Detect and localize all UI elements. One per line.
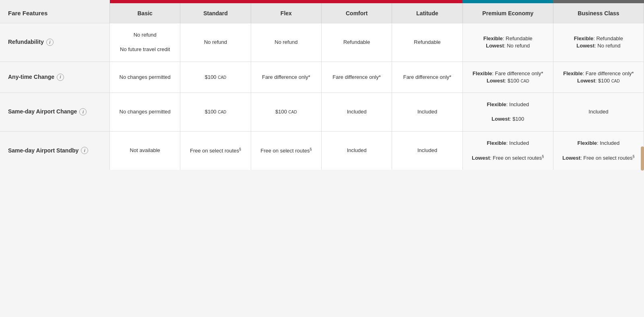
cell-text-sameday-change-flex: $100 CAD [275,109,297,115]
cell-text-anytime-business: Flexible: Fare difference only*Lowest: $… [563,70,634,84]
col-header-business: Business Class [553,3,644,23]
row-anytime-change: Any-time Change i No changes permitted $… [0,62,644,93]
cell-refundability-comfort: Refundable [322,23,392,62]
info-icon-sameday-airport-standby[interactable]: i [81,147,88,154]
color-bar-premium [462,0,553,3]
cell-refundability-basic: No refundNo future travel credit [110,23,180,62]
col-header-basic: Basic [110,3,180,23]
cell-text-refundability-premium: Flexible: RefundableLowest: No refund [483,35,533,49]
cell-text-anytime-flex: Fare difference only* [262,74,310,80]
cell-text-anytime-premium: Flexible: Fare difference only*Lowest: $… [473,70,543,84]
feature-label-anytime-change: Any-time Change i [0,62,110,93]
cell-refundability-latitude: Refundable [392,23,462,62]
cell-text-sameday-standby-basic: Not available [130,147,160,153]
col-header-comfort: Comfort [322,3,392,23]
info-icon-anytime-change[interactable]: i [57,74,64,81]
color-bar-business [553,0,644,3]
cell-anytime-latitude: Fare difference only* [392,62,462,93]
cell-text-anytime-standard: $100 CAD [205,74,227,80]
cell-text-sameday-change-latitude: Included [417,109,437,115]
cell-sameday-standby-basic: Not available [110,131,180,170]
fare-comparison-table: Fare Features Basic Standard Flex Comfor… [0,0,644,170]
cell-sameday-standby-flex: Free on select routes§ [251,131,321,170]
color-bar-basic [110,0,180,3]
fare-features-header: Fare Features [0,3,110,23]
cell-text-refundability-basic: No refundNo future travel credit [120,32,170,52]
cell-sameday-change-latitude: Included [392,93,462,131]
info-icon-refundability[interactable]: i [46,39,54,46]
cell-text-anytime-basic: No changes permitted [120,74,171,80]
cell-text-anytime-latitude: Fare difference only* [403,74,452,80]
color-bar-row [0,0,644,3]
feature-text-sameday-airport-change: Same-day Airport Change [8,108,77,116]
cell-anytime-premium: Flexible: Fare difference only*Lowest: $… [462,62,553,93]
color-bar-flex [251,0,321,3]
color-bar-comfort [322,0,392,3]
cell-text-refundability-comfort: Refundable [343,39,370,45]
cell-anytime-business: Flexible: Fare difference only*Lowest: $… [553,62,644,93]
feature-text-anytime-change: Any-time Change [8,73,54,81]
cell-text-sameday-standby-standard: Free on select routes§ [190,148,241,154]
cell-sameday-standby-business: Flexible: IncludedLowest: Free on select… [553,131,644,170]
scrollbar-indicator[interactable] [641,146,644,170]
cell-anytime-flex: Fare difference only* [251,62,321,93]
cell-sameday-change-business: Included [553,93,644,131]
cell-text-sameday-change-standard: $100 CAD [205,109,227,115]
col-header-premium: Premium Economy [462,3,553,23]
cell-text-refundability-business: Flexible: RefundableLowest: No refund [574,35,623,49]
feature-label-refundability: Refundability i [0,23,110,62]
cell-sameday-change-standard: $100 CAD [180,93,251,131]
cell-text-sameday-change-business: Included [588,109,608,115]
cell-text-anytime-comfort: Fare difference only* [332,74,381,80]
col-header-flex: Flex [251,3,321,23]
feature-label-sameday-airport-change: Same-day Airport Change i [0,93,110,131]
color-bar-latitude [392,0,462,3]
cell-sameday-standby-premium: Flexible: IncludedLowest: Free on select… [462,131,553,170]
cell-refundability-business: Flexible: RefundableLowest: No refund [553,23,644,62]
cell-sameday-standby-latitude: Included [392,131,462,170]
row-sameday-airport-standby: Same-day Airport Standby i Not available… [0,131,644,170]
col-header-standard: Standard [180,3,251,23]
cell-text-sameday-standby-premium: Flexible: IncludedLowest: Free on select… [472,140,544,161]
cell-text-sameday-standby-latitude: Included [417,147,437,153]
cell-refundability-premium: Flexible: RefundableLowest: No refund [462,23,553,62]
cell-refundability-standard: No refund [180,23,251,62]
cell-text-sameday-standby-flex: Free on select routes§ [260,148,312,154]
header-row: Fare Features Basic Standard Flex Comfor… [0,3,644,23]
cell-anytime-comfort: Fare difference only* [322,62,392,93]
feature-text-sameday-airport-standby: Same-day Airport Standby [8,147,78,155]
cell-sameday-change-comfort: Included [322,93,392,131]
cell-sameday-change-basic: No changes permitted [110,93,180,131]
cell-anytime-basic: No changes permitted [110,62,180,93]
cell-sameday-change-flex: $100 CAD [251,93,321,131]
cell-text-refundability-flex: No refund [275,39,297,45]
row-sameday-airport-change: Same-day Airport Change i No changes per… [0,93,644,131]
cell-sameday-standby-comfort: Included [322,131,392,170]
cell-anytime-standard: $100 CAD [180,62,251,93]
cell-refundability-flex: No refund [251,23,321,62]
color-bar-label-col [0,0,110,3]
cell-text-sameday-change-comfort: Included [347,109,367,115]
feature-label-sameday-airport-standby: Same-day Airport Standby i [0,131,110,170]
cell-text-sameday-standby-comfort: Included [347,147,367,153]
cell-text-sameday-change-basic: No changes permitted [120,109,171,115]
info-icon-sameday-airport-change[interactable]: i [79,108,87,115]
cell-text-refundability-standard: No refund [204,39,227,45]
cell-text-sameday-change-premium: Flexible: IncludedLowest: $100 [487,101,529,122]
row-refundability: Refundability i No refundNo future trave… [0,23,644,62]
feature-text-refundability: Refundability [8,38,44,46]
cell-text-refundability-latitude: Refundable [414,39,441,45]
color-bar-standard [180,0,251,3]
cell-sameday-standby-standard: Free on select routes§ [180,131,251,170]
col-header-latitude: Latitude [392,3,462,23]
cell-text-sameday-standby-business: Flexible: IncludedLowest: Free on select… [562,140,634,161]
cell-sameday-change-premium: Flexible: IncludedLowest: $100 [462,93,553,131]
